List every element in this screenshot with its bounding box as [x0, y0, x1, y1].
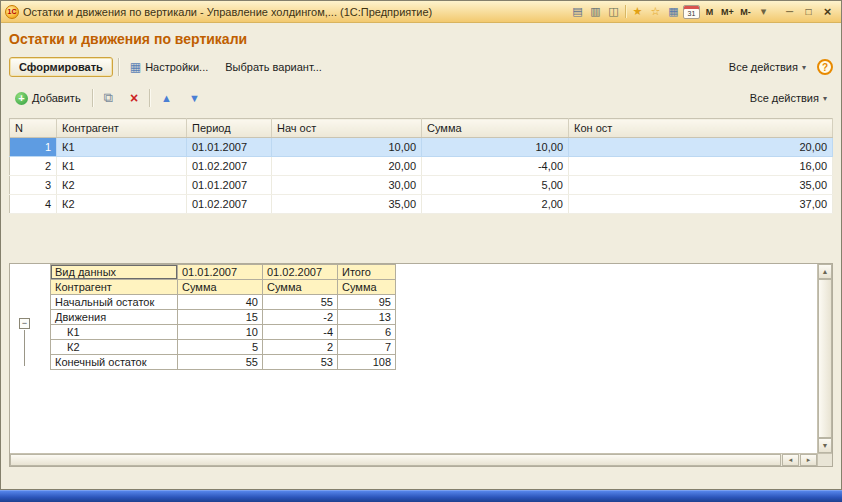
favorites-add-icon[interactable]: ★	[629, 4, 646, 20]
cell-period[interactable]: 01.01.2007	[187, 176, 272, 195]
cell-start-balance[interactable]: 20,00	[272, 157, 422, 176]
cell-period[interactable]: 01.02.2007	[187, 157, 272, 176]
favorites-icon[interactable]: ☆	[647, 4, 664, 20]
cell-contragent[interactable]: К2	[57, 195, 187, 214]
choose-variant-button[interactable]: Выбрать вариант...	[219, 57, 328, 77]
scroll-up-icon[interactable]: ▲	[818, 264, 832, 279]
cell-n[interactable]: 2	[10, 157, 57, 176]
pivot-cell-selected[interactable]: Вид данных	[51, 265, 178, 280]
cell-end-balance[interactable]: 20,00	[569, 138, 833, 157]
settings-button[interactable]: ▦ Настройки...	[124, 56, 214, 78]
taskbar-strip[interactable]	[0, 490, 842, 502]
service-menu-arrow-icon[interactable]: ▾	[755, 4, 772, 20]
cell-sum[interactable]: 10,00	[422, 138, 569, 157]
table-row[interactable]: 4 К2 01.02.2007 35,00 2,00 37,00	[10, 195, 833, 214]
pivot-cell[interactable]: 53	[263, 355, 338, 370]
pivot-cell[interactable]: -2	[263, 310, 338, 325]
column-header-n[interactable]: N	[10, 119, 57, 138]
cell-sum[interactable]: 2,00	[422, 195, 569, 214]
add-row-button[interactable]: + Добавить	[9, 88, 87, 109]
cell-n[interactable]: 3	[10, 176, 57, 195]
titlebar[interactable]: 1С Остатки и движения по вертикали - Упр…	[1, 1, 841, 23]
calculator-icon[interactable]: ▦	[665, 4, 682, 20]
pivot-cell[interactable]: Сумма	[263, 280, 338, 295]
delete-row-button[interactable]: ×	[124, 88, 144, 108]
cell-period[interactable]: 01.02.2007	[187, 195, 272, 214]
pivot-cell[interactable]: 55	[263, 295, 338, 310]
pivot-cell[interactable]: 15	[178, 310, 263, 325]
titlebar-separator	[625, 5, 626, 18]
help-button[interactable]: ?	[817, 59, 833, 75]
cell-n[interactable]: 4	[10, 195, 57, 214]
column-header-contragent[interactable]: Контрагент	[57, 119, 187, 138]
table-row[interactable]: 1 К1 01.01.2007 10,00 10,00 20,00	[10, 138, 833, 157]
cell-n[interactable]: 1	[10, 138, 57, 157]
table-row[interactable]: 2 К1 01.02.2007 20,00 -4,00 16,00	[10, 157, 833, 176]
print-icon[interactable]: ▥	[587, 4, 604, 20]
pivot-cell[interactable]: 01.01.2007	[178, 265, 263, 280]
cell-period[interactable]: 01.01.2007	[187, 138, 272, 157]
horizontal-scrollbar[interactable]: ◂ ▸	[10, 453, 817, 466]
pivot-cell[interactable]: 108	[338, 355, 396, 370]
minimize-button[interactable]: ─	[780, 4, 799, 19]
save-icon[interactable]: ▤	[569, 4, 586, 20]
move-down-button[interactable]: ▼	[183, 88, 206, 108]
collapse-group-icon[interactable]: −	[19, 318, 30, 329]
cell-contragent[interactable]: К1	[57, 157, 187, 176]
cell-start-balance[interactable]: 10,00	[272, 138, 422, 157]
generate-button[interactable]: Сформировать	[9, 57, 113, 77]
memory-add-button[interactable]: М+	[719, 4, 736, 20]
pivot-row-label[interactable]: Движения	[51, 310, 178, 325]
calendar-icon[interactable]: 31	[683, 5, 700, 19]
scroll-down-icon[interactable]: ▼	[818, 438, 832, 453]
maximize-button[interactable]: □	[799, 4, 818, 19]
pivot-row-label[interactable]: К2	[51, 340, 178, 355]
pivot-cell[interactable]: 2	[263, 340, 338, 355]
table-row[interactable]: 3 К2 01.01.2007 30,00 5,00 35,00	[10, 176, 833, 195]
report-all-actions-button[interactable]: Все действия ▾	[723, 57, 812, 77]
column-header-period[interactable]: Период	[187, 119, 272, 138]
column-header-end-balance[interactable]: Кон ост	[569, 119, 833, 138]
vertical-scrollbar[interactable]: ▲ ▼	[817, 264, 832, 453]
pivot-row-label[interactable]: К1	[51, 325, 178, 340]
scroll-left-icon[interactable]: ◂	[782, 454, 799, 466]
scroll-right-icon[interactable]: ▸	[800, 454, 817, 466]
copy-row-button[interactable]: ⧉	[98, 86, 119, 110]
move-up-button[interactable]: ▲	[155, 88, 178, 108]
cell-contragent[interactable]: К1	[57, 138, 187, 157]
cell-end-balance[interactable]: 37,00	[569, 195, 833, 214]
column-header-sum[interactable]: Сумма	[422, 119, 569, 138]
pivot-cell[interactable]: Сумма	[178, 280, 263, 295]
pivot-row-label[interactable]: Конечный остаток	[51, 355, 178, 370]
cell-end-balance[interactable]: 16,00	[569, 157, 833, 176]
list-all-actions-button[interactable]: Все действия ▾	[744, 88, 833, 108]
pivot-cell[interactable]: 55	[178, 355, 263, 370]
pivot-cell[interactable]: Итого	[338, 265, 396, 280]
print-preview-icon[interactable]: ◫	[605, 4, 622, 20]
pivot-cell[interactable]: Сумма	[338, 280, 396, 295]
column-header-start-balance[interactable]: Нач ост	[272, 119, 422, 138]
pivot-cell[interactable]: 40	[178, 295, 263, 310]
pivot-cell[interactable]: 5	[178, 340, 263, 355]
cell-sum[interactable]: 5,00	[422, 176, 569, 195]
close-button[interactable]: ×	[818, 4, 837, 19]
pivot-cell[interactable]: 10	[178, 325, 263, 340]
pivot-cell[interactable]: 6	[338, 325, 396, 340]
pivot-cell[interactable]: 01.02.2007	[263, 265, 338, 280]
scrollbar-corner	[817, 453, 832, 466]
memory-recall-button[interactable]: М	[701, 4, 718, 20]
cell-contragent[interactable]: К2	[57, 176, 187, 195]
cell-start-balance[interactable]: 35,00	[272, 195, 422, 214]
pivot-cell[interactable]: Контрагент	[51, 280, 178, 295]
vertical-scrollbar-thumb[interactable]	[818, 279, 832, 438]
pivot-cell[interactable]: 13	[338, 310, 396, 325]
pivot-cell[interactable]: 95	[338, 295, 396, 310]
pivot-cell[interactable]: 7	[338, 340, 396, 355]
cell-end-balance[interactable]: 35,00	[569, 176, 833, 195]
cell-sum[interactable]: -4,00	[422, 157, 569, 176]
memory-subtract-button[interactable]: М-	[737, 4, 754, 20]
horizontal-scrollbar-thumb[interactable]	[10, 454, 781, 466]
pivot-cell[interactable]: -4	[263, 325, 338, 340]
cell-start-balance[interactable]: 30,00	[272, 176, 422, 195]
pivot-row-label[interactable]: Начальный остаток	[51, 295, 178, 310]
